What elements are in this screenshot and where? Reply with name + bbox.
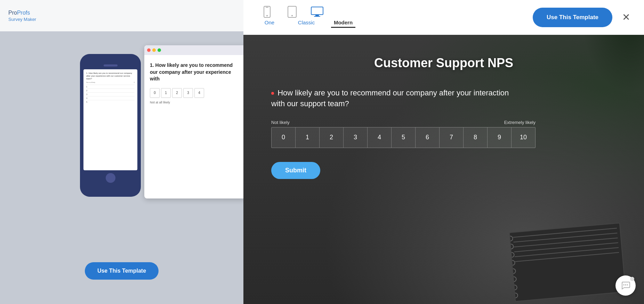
phone-label-left: Not at all likely — [86, 81, 95, 83]
nps-cell-10[interactable]: 10 — [512, 127, 535, 148]
nps-cell-9[interactable]: 9 — [488, 127, 512, 148]
nps-cell-2[interactable]: 2 — [320, 127, 344, 148]
svg-point-1 — [266, 15, 268, 16]
phone-answer-5: 5 — [86, 101, 135, 103]
scale-label-left: Not likely — [271, 120, 290, 125]
tab-icons — [261, 7, 323, 17]
dot-red — [147, 48, 151, 52]
phone-divider3 — [86, 92, 135, 93]
nb-line-1 — [513, 228, 617, 237]
nps-cell-6[interactable]: 6 — [416, 127, 440, 148]
phone-answer-3: 3 — [86, 93, 135, 95]
svg-rect-7 — [314, 16, 320, 17]
phone-answer-4: 4 — [86, 97, 135, 99]
dot-green — [158, 48, 161, 52]
phone-divider2 — [86, 88, 135, 89]
tab-modern[interactable]: Modern — [331, 20, 355, 28]
use-template-button[interactable]: Use This Template — [533, 8, 612, 27]
nps-scale: 0 1 2 3 4 5 6 7 8 9 10 — [271, 127, 536, 148]
phone-label-right: 0 — [134, 81, 135, 83]
spiral-8 — [512, 293, 518, 298]
nps-cell-5[interactable]: 5 — [392, 127, 416, 148]
tab-labels: One Classic Modern — [257, 20, 355, 28]
notebook-spiral — [509, 233, 521, 302]
desktop-mockup: 1. How likely are you to recommend our c… — [144, 45, 243, 198]
spiral-3 — [509, 252, 515, 258]
nb-line-5 — [515, 247, 619, 257]
phone-question-text: 1. How likely are you to recommend our c… — [86, 72, 135, 80]
svg-rect-5 — [311, 7, 323, 15]
tab-classic[interactable]: Classic — [294, 20, 319, 28]
logo: ProProfs Survey Maker — [8, 10, 36, 22]
desktop-label: Not at all likely — [150, 101, 240, 104]
svg-point-10 — [627, 284, 628, 286]
phone-speaker — [104, 64, 118, 67]
desktop-content: 1. How likely are you to recommend our c… — [144, 55, 243, 115]
phone-scale-labels: Not at all likely 0 — [86, 81, 135, 83]
scale-4: 4 — [194, 88, 204, 98]
close-button[interactable]: ✕ — [622, 13, 630, 22]
submit-button[interactable]: Submit — [271, 162, 320, 179]
spiral-1 — [509, 235, 513, 241]
left-header: ProProfs Survey Maker — [0, 0, 243, 31]
left-panel: ProProfs Survey Maker 1. How likely are … — [0, 0, 243, 304]
notebook-lines — [509, 223, 626, 302]
svg-point-8 — [623, 284, 625, 286]
phone-answer-2: 2 — [86, 89, 135, 92]
tab-icon-one[interactable] — [261, 7, 273, 17]
survey-title: Customer Support NPS — [271, 56, 616, 70]
spiral-7 — [512, 284, 517, 290]
tab-one[interactable]: One — [257, 20, 282, 28]
tablet-icon — [286, 7, 298, 17]
phone-divider5 — [86, 100, 135, 100]
phone-mockup: 1. How likely are you to recommend our c… — [80, 54, 141, 197]
question-text: How likely are you to recommend our comp… — [271, 88, 515, 109]
desktop-question-text: 1. How likely are you to recommend our c… — [150, 62, 233, 81]
scale-3: 3 — [183, 88, 193, 98]
scale-0: 0 — [150, 88, 160, 98]
logo-subtitle: Survey Maker — [8, 17, 36, 22]
nps-cell-7[interactable]: 7 — [440, 127, 464, 148]
tab-icon-modern[interactable] — [311, 7, 323, 17]
scale-labels: Not likely Extremely likely — [271, 120, 536, 125]
spiral-6 — [511, 276, 517, 282]
dot-yellow — [152, 48, 156, 52]
desktop-titlebar — [144, 45, 243, 55]
svg-point-9 — [625, 284, 626, 286]
nb-line-3 — [514, 237, 618, 247]
desktop-scale: 0 1 2 3 4 — [150, 88, 240, 98]
mobile-icon — [261, 7, 273, 17]
right-header: One Classic Modern Use This Template ✕ — [243, 0, 644, 35]
logo-pro2: Profs — [17, 10, 30, 16]
nps-cell-3[interactable]: 3 — [344, 127, 368, 148]
logo-text: ProProfs — [8, 10, 36, 16]
nps-cell-8[interactable]: 8 — [464, 127, 488, 148]
desktop-question: 1. How likely are you to recommend our c… — [150, 62, 240, 83]
chat-icon — [621, 281, 630, 290]
phone-divider1 — [86, 85, 135, 85]
svg-point-4 — [291, 15, 293, 16]
nps-cell-4[interactable]: 4 — [368, 127, 392, 148]
question-text-content: How likely are you to recommend our comp… — [271, 88, 509, 108]
scale-label-right: Extremely likely — [504, 120, 536, 125]
chat-bubble[interactable] — [615, 275, 636, 296]
tabs-container: One Classic Modern — [257, 7, 355, 28]
tab-icon-classic[interactable] — [286, 7, 298, 17]
phone-answer-1: 1 — [86, 86, 135, 88]
nb-line-2 — [513, 233, 617, 242]
right-panel: One Classic Modern Use This Template ✕ C… — [243, 0, 644, 304]
left-use-template-button[interactable]: Use This Template — [85, 262, 159, 280]
scale-1: 1 — [161, 88, 171, 98]
nps-cell-1[interactable]: 1 — [296, 127, 320, 148]
phone-screen: 1. How likely are you to recommend our c… — [83, 69, 137, 170]
desktop-icon — [311, 7, 323, 17]
phone-divider4 — [86, 96, 135, 96]
spiral-2 — [509, 243, 514, 249]
survey-content: Customer Support NPS How likely are you … — [243, 35, 644, 193]
required-indicator — [271, 92, 274, 95]
spiral-4 — [509, 260, 515, 266]
spiral-5 — [510, 268, 516, 274]
svg-rect-6 — [315, 15, 319, 16]
nb-line-6 — [515, 252, 619, 262]
nps-cell-0[interactable]: 0 — [272, 127, 296, 148]
